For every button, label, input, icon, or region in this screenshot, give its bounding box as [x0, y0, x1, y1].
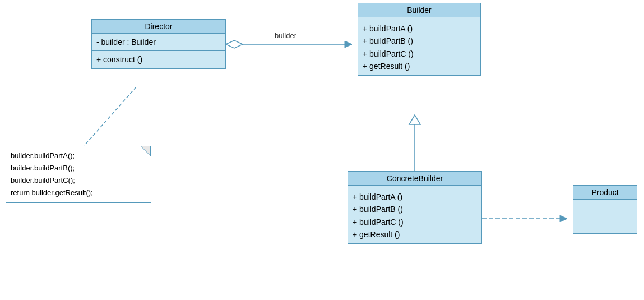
- concrete-builder-class: ConcreteBuilder + buildPartA () + buildP…: [348, 171, 482, 244]
- note-dashed-line: [84, 87, 136, 146]
- note-line-3: builder.buildPartC();: [11, 174, 146, 187]
- product-title: Product: [591, 188, 618, 197]
- concrete-builder-method-3: + buildPartC (): [353, 216, 477, 228]
- builder-header: Builder: [358, 3, 480, 17]
- product-methods: [573, 216, 637, 233]
- director-attributes: - builder : Builder: [92, 34, 225, 51]
- concrete-builder-title: ConcreteBuilder: [387, 174, 443, 183]
- builder-arrowhead: [345, 41, 352, 48]
- note-text: builder.buildPartA(); builder.buildPartB…: [11, 150, 146, 199]
- note-line-1: builder.buildPartA();: [11, 150, 146, 162]
- director-header: Director: [92, 20, 225, 34]
- aggregation-diamond: [226, 40, 243, 48]
- concrete-builder-method-4: + getResult (): [353, 228, 477, 241]
- director-title: Director: [145, 22, 172, 31]
- director-method-1: + construct (): [96, 53, 221, 66]
- product-attributes: [573, 200, 637, 216]
- note-box: builder.buildPartA(); builder.buildPartB…: [6, 146, 151, 203]
- product-arrowhead: [560, 215, 567, 222]
- note-line-4: return builder.getResult();: [11, 187, 146, 199]
- builder-methods: + buildPartA () + buildPartB () + buildP…: [358, 20, 480, 75]
- note-line-2: builder.buildPartB();: [11, 162, 146, 174]
- diagram-container: Director - builder : Builder + construct…: [0, 0, 644, 300]
- director-attr-1: - builder : Builder: [96, 36, 221, 48]
- builder-label: builder: [275, 31, 297, 40]
- product-header: Product: [573, 186, 637, 200]
- concrete-builder-methods: + buildPartA () + buildPartB () + buildP…: [348, 188, 481, 243]
- builder-method-4: + getResult (): [363, 60, 476, 72]
- concrete-builder-method-1: + buildPartA (): [353, 191, 477, 203]
- director-methods: + construct (): [92, 51, 225, 68]
- builder-method-1: + buildPartA (): [363, 22, 476, 35]
- concrete-builder-method-2: + buildPartB (): [353, 203, 477, 215]
- director-class: Director - builder : Builder + construct…: [91, 19, 226, 69]
- builder-method-2: + buildPartB (): [363, 35, 476, 47]
- builder-class: Builder + buildPartA () + buildPartB () …: [358, 3, 481, 76]
- inheritance-triangle: [409, 115, 420, 124]
- product-class: Product: [573, 185, 637, 234]
- concrete-builder-header: ConcreteBuilder: [348, 172, 481, 186]
- builder-method-3: + buildPartC (): [363, 48, 476, 60]
- builder-title: Builder: [407, 6, 432, 15]
